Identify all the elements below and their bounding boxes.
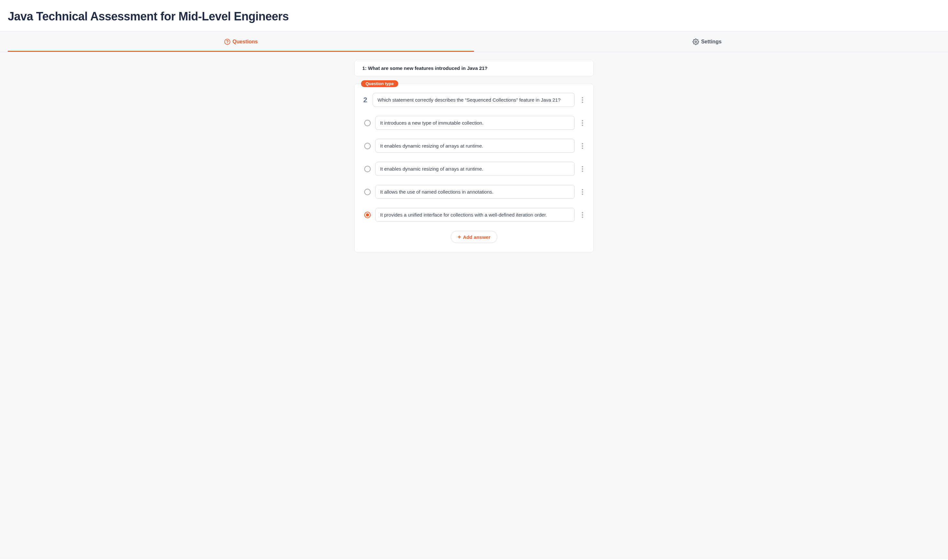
answer-menu-button[interactable]: [579, 211, 586, 220]
kebab-dot-icon: [582, 148, 583, 149]
tab-questions-label: Questions: [232, 39, 258, 45]
answer-radio[interactable]: [364, 166, 371, 172]
answer-row: [362, 139, 586, 153]
kebab-dot-icon: [582, 166, 583, 167]
answer-radio[interactable]: [364, 120, 371, 126]
kebab-dot-icon: [582, 168, 583, 169]
question-number: 2: [362, 96, 368, 104]
answer-text-input[interactable]: [375, 116, 575, 130]
question-1-title: 1: What are some new features introduced…: [362, 65, 586, 71]
kebab-dot-icon: [582, 120, 583, 122]
answer-text-input[interactable]: [375, 139, 575, 153]
answer-radio[interactable]: [364, 212, 371, 218]
kebab-dot-icon: [582, 171, 583, 172]
answer-menu-button[interactable]: [579, 142, 586, 151]
answer-row: [362, 185, 586, 199]
kebab-dot-icon: [582, 99, 583, 101]
question-type-badge[interactable]: Question type: [361, 80, 398, 87]
kebab-dot-icon: [582, 145, 583, 147]
answer-menu-button[interactable]: [579, 165, 586, 174]
answer-menu-button[interactable]: [579, 118, 586, 128]
question-menu-button[interactable]: [579, 95, 586, 105]
question-2-header-row: 2: [362, 93, 586, 107]
answer-text-input[interactable]: [375, 162, 575, 176]
question-circle-icon: [224, 38, 231, 45]
tab-questions[interactable]: Questions: [8, 31, 474, 52]
page-header: Java Technical Assessment for Mid-Level …: [0, 0, 948, 31]
tab-settings[interactable]: Settings: [474, 31, 940, 52]
kebab-dot-icon: [582, 97, 583, 98]
tab-bar: Questions Settings: [0, 31, 948, 52]
answer-row: [362, 162, 586, 176]
svg-point-0: [225, 39, 230, 45]
kebab-dot-icon: [582, 102, 583, 103]
answer-row: [362, 116, 586, 130]
page-title: Java Technical Assessment for Mid-Level …: [8, 10, 940, 23]
add-answer-button[interactable]: + Add answer: [451, 231, 497, 243]
answers-list: [362, 116, 586, 222]
kebab-dot-icon: [582, 214, 583, 215]
kebab-dot-icon: [582, 191, 583, 192]
kebab-dot-icon: [582, 122, 583, 124]
answer-radio[interactable]: [364, 143, 371, 149]
gear-icon: [693, 38, 699, 45]
tab-settings-label: Settings: [701, 39, 721, 45]
kebab-dot-icon: [582, 217, 583, 218]
question-text-input[interactable]: [372, 93, 575, 107]
kebab-dot-icon: [582, 189, 583, 190]
add-answer-wrap: + Add answer: [362, 231, 586, 243]
answer-row: [362, 208, 586, 222]
question-1-card[interactable]: 1: What are some new features introduced…: [354, 60, 594, 76]
question-2-card: Question type 2 + Add answer: [354, 83, 594, 252]
answer-text-input[interactable]: [375, 208, 575, 222]
plus-icon: +: [457, 234, 461, 240]
add-answer-label: Add answer: [463, 234, 491, 240]
answer-text-input[interactable]: [375, 185, 575, 199]
answer-radio[interactable]: [364, 189, 371, 195]
content-column: 1: What are some new features introduced…: [354, 52, 594, 279]
kebab-dot-icon: [582, 194, 583, 195]
svg-point-2: [695, 41, 697, 43]
answer-menu-button[interactable]: [579, 188, 586, 197]
kebab-dot-icon: [582, 212, 583, 213]
kebab-dot-icon: [582, 125, 583, 126]
main-area: Questions Settings 1: What are some new …: [0, 31, 948, 559]
kebab-dot-icon: [582, 143, 583, 145]
